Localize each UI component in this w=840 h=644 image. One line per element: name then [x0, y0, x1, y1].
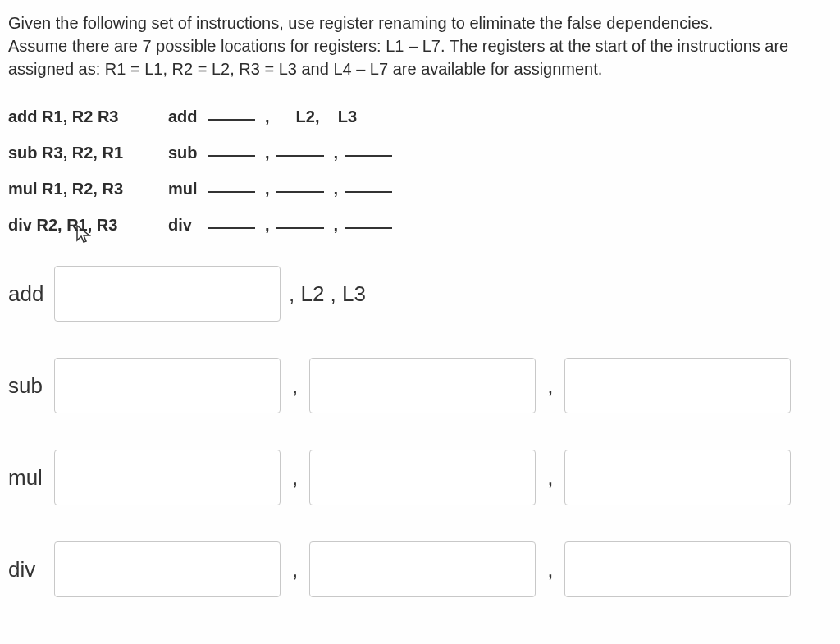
answer-label-mul: mul — [8, 465, 54, 491]
blank — [208, 181, 255, 193]
answers-block: add , L2 , L3 sub , , mul , , div , , — [8, 266, 832, 597]
instr-op-2: sub — [168, 135, 203, 171]
answer-input-sub-3[interactable] — [564, 358, 791, 413]
answer-input-mul-3[interactable] — [564, 450, 791, 505]
instr-fixed-1: L2, L3 — [296, 98, 357, 135]
blank — [208, 217, 255, 229]
answer-row-sub: sub , , — [8, 358, 832, 413]
instr-op-1: add — [168, 98, 203, 135]
comma: , — [334, 135, 339, 171]
comma: , — [292, 557, 298, 582]
answer-row-mul: mul , , — [8, 450, 832, 505]
answer-input-sub-1[interactable] — [54, 358, 281, 413]
blank — [208, 145, 255, 157]
blank — [276, 181, 324, 193]
intro-line1: Given the following set of instructions,… — [8, 14, 713, 32]
answer-input-mul-2[interactable] — [309, 450, 536, 505]
answer-input-add-1[interactable] — [54, 266, 281, 322]
comma: , — [334, 207, 339, 243]
blank — [208, 109, 255, 121]
answer-row-add: add , L2 , L3 — [8, 266, 832, 322]
instr-op-3: mul — [168, 171, 203, 207]
comma: , — [547, 557, 553, 582]
answer-row-div: div , , — [8, 541, 832, 597]
intro-line2: Assume there are 7 possible locations fo… — [8, 37, 788, 78]
comma: , — [265, 171, 270, 207]
instr-left-3: mul R1, R2, R3 — [8, 171, 168, 207]
instr-left-1: add R1, R2 R3 — [8, 98, 168, 135]
answer-input-sub-2[interactable] — [309, 358, 536, 413]
answer-input-mul-1[interactable] — [54, 450, 281, 505]
blank — [345, 145, 392, 157]
answer-label-div: div — [8, 557, 54, 582]
blank — [345, 217, 392, 229]
instr-left-2: sub R3, R2, R1 — [8, 135, 168, 171]
comma: , — [265, 98, 270, 135]
comma: , — [547, 465, 553, 491]
answer-label-sub: sub — [8, 373, 54, 399]
answer-label-add: add — [8, 281, 54, 307]
instr-op-4: div — [168, 207, 203, 243]
answer-input-div-1[interactable] — [54, 541, 281, 597]
instructions-block: add R1, R2 R3 add , L2, L3 sub R3, R2, R… — [8, 98, 832, 243]
comma: , — [265, 135, 270, 171]
instr-row-3: mul R1, R2, R3 mul , , — [8, 171, 832, 207]
instr-row-2: sub R3, R2, R1 sub , , — [8, 135, 832, 171]
comma: , — [547, 373, 553, 399]
comma: , — [265, 207, 270, 243]
instr-left-4: div R2, R1, R3 — [8, 207, 168, 243]
blank — [276, 217, 324, 229]
answer-input-div-3[interactable] — [564, 541, 791, 597]
comma: , — [292, 373, 298, 399]
comma: , — [292, 465, 298, 491]
blank — [276, 145, 324, 157]
problem-intro: Given the following set of instructions,… — [8, 11, 832, 80]
comma: , — [334, 171, 339, 207]
blank — [345, 181, 392, 193]
instr-row-1: add R1, R2 R3 add , L2, L3 — [8, 98, 832, 135]
answer-suffix-add: , L2 , L3 — [289, 281, 366, 307]
answer-input-div-2[interactable] — [309, 541, 536, 597]
instr-row-4: div R2, R1, R3 div , , — [8, 207, 832, 243]
